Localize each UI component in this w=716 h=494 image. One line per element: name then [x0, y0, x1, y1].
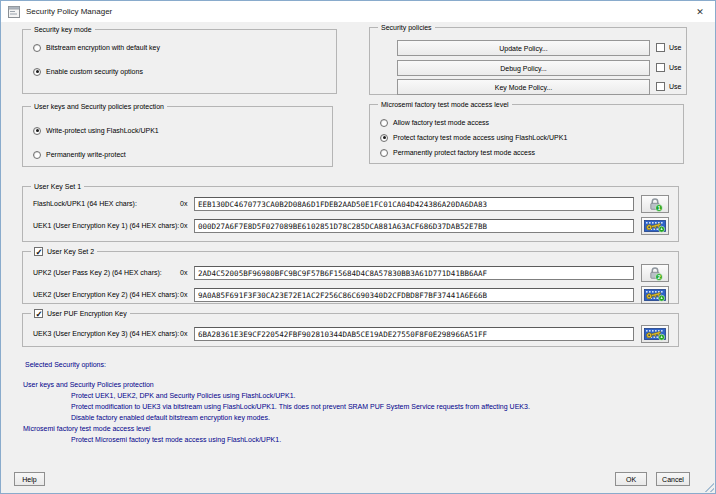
group-keys-protection-legend: User keys and Security policies protecti…	[31, 103, 167, 111]
debug-policy-button[interactable]: Debug Policy...	[397, 60, 650, 76]
resize-grip[interactable]	[703, 481, 714, 492]
lock-1-icon: 1	[647, 196, 663, 212]
close-icon: ✕	[696, 7, 704, 17]
group-security-key-mode: Security key mode Bitstream encryption w…	[22, 29, 337, 94]
cancel-button[interactable]: Cancel	[656, 472, 690, 486]
radio-icon[interactable]	[33, 44, 41, 52]
user-key-set-2-label: User Key Set 2	[47, 248, 94, 255]
upk1-hex-input[interactable]	[194, 197, 634, 211]
radio-option-permanently-write-protect[interactable]: Permanently write-protect	[33, 150, 126, 159]
group-user-puf-encryption-key: User PUF Encryption Key UEK3 (User Encry…	[22, 313, 679, 347]
upk1-lock-button[interactable]: 1	[641, 195, 669, 213]
upk2-label: UPK2 (User Pass Key 2) (64 HEX chars):	[33, 269, 162, 276]
uek2-row: UEK2 (User Encryption Key 2) (64 HEX cha…	[23, 288, 678, 304]
summary-line: Protect UEK1, UEK2, DPK and Security Pol…	[23, 390, 703, 401]
group-user-key-set-1: User Key Set 1 FlashLock/UPK1 (64 HEX ch…	[22, 186, 679, 242]
group-user-key-set-1-legend: User Key Set 1	[31, 183, 84, 191]
use-label: Use	[669, 44, 681, 51]
uek3-row: UEK3 (User Encryption Key 3) (64 HEX cha…	[23, 327, 678, 343]
summary-title: Selected Security options:	[23, 359, 703, 370]
radio-label: Bitstream encryption with default key	[46, 44, 160, 51]
use-debug-checkbox[interactable]	[656, 63, 665, 72]
group-user-puf-key-legend[interactable]: User PUF Encryption Key	[31, 309, 130, 318]
user-puf-key-label: User PUF Encryption Key	[47, 310, 127, 317]
summary-line: Microsemi factory test mode access level	[23, 423, 703, 434]
summary-line: Protect modification to UEK3 via bitstre…	[23, 401, 703, 412]
use-label: Use	[669, 83, 681, 90]
upk2-row: UPK2 (User Pass Key 2) (64 HEX chars): 0…	[23, 266, 678, 282]
use-update-policy[interactable]: Use	[656, 43, 681, 52]
radio-label: Permanently write-protect	[46, 151, 126, 158]
group-keys-protection: User keys and Security policies protecti…	[22, 106, 333, 167]
radio-option-protect-factory-flashlock[interactable]: Protect factory test mode access using F…	[380, 133, 567, 142]
uek2-label: UEK2 (User Encryption Key 2) (64 HEX cha…	[33, 291, 179, 298]
radio-label: Permanently protect factory test mode ac…	[393, 149, 535, 156]
group-user-key-set-2: User Key Set 2 UPK2 (User Pass Key 2) (6…	[22, 251, 679, 304]
group-security-policies-legend: Security policies	[378, 24, 435, 32]
summary-line: User keys and Security Policies protecti…	[23, 379, 703, 390]
summary-line: Disable factory enabled default bitstrea…	[23, 412, 703, 423]
hex-prefix: 0x	[180, 269, 187, 276]
user-key-set-2-checkbox[interactable]	[34, 247, 43, 256]
radio-icon[interactable]	[380, 119, 388, 127]
radio-option-enable-custom-security[interactable]: Enable custom security options	[33, 67, 143, 76]
radio-option-allow-factory-access[interactable]: Allow factory test mode access	[380, 118, 489, 127]
use-update-checkbox[interactable]	[656, 43, 665, 52]
radio-option-write-protect-flashlock[interactable]: Write-protect using FlashLock/UPK1	[33, 126, 159, 135]
group-security-key-mode-legend: Security key mode	[31, 26, 95, 34]
use-debug-policy[interactable]: Use	[656, 63, 681, 72]
radio-icon-checked[interactable]	[33, 68, 41, 76]
selected-security-options-summary: Selected Security options: User keys and…	[23, 359, 703, 445]
radio-option-bitstream-default-key[interactable]: Bitstream encryption with default key	[33, 43, 160, 52]
hex-prefix: 0x	[180, 330, 187, 337]
summary-line: Protect Microsemi factory test mode acce…	[23, 434, 703, 445]
radio-icon-checked[interactable]	[380, 134, 388, 142]
use-label: Use	[669, 64, 681, 71]
close-button[interactable]: ✕	[685, 1, 715, 22]
help-button[interactable]: Help	[14, 472, 45, 486]
radio-label: Write-protect using FlashLock/UPK1	[46, 127, 159, 134]
uek1-hex-input[interactable]	[194, 219, 634, 233]
radio-icon[interactable]	[380, 149, 388, 157]
uek3-hex-input[interactable]	[194, 327, 634, 341]
svg-text:2: 2	[657, 274, 660, 280]
radio-label: Enable custom security options	[46, 68, 143, 75]
upk2-lock-button[interactable]: 2	[641, 264, 669, 282]
update-policy-button[interactable]: Update Policy...	[397, 40, 650, 56]
window-title: Security Policy Manager	[26, 7, 112, 16]
ok-button[interactable]: OK	[615, 472, 647, 486]
security-policy-manager-dialog: Security Policy Manager ✕ Security key m…	[0, 0, 716, 494]
app-icon	[8, 6, 20, 18]
use-key-mode-checkbox[interactable]	[656, 82, 665, 91]
radio-label: Allow factory test mode access	[393, 119, 489, 126]
hex-prefix: 0x	[180, 200, 187, 207]
titlebar: Security Policy Manager ✕	[1, 1, 715, 22]
group-user-key-set-2-legend[interactable]: User Key Set 2	[31, 247, 97, 256]
uek3-label: UEK3 (User Encryption Key 3) (64 HEX cha…	[33, 330, 179, 337]
hex-prefix: 0x	[180, 222, 187, 229]
uek1-key-button[interactable]	[641, 217, 669, 235]
key-mode-policy-button[interactable]: Key Mode Policy...	[397, 79, 650, 95]
use-key-mode-policy[interactable]: Use	[656, 82, 681, 91]
radio-icon-checked[interactable]	[33, 127, 41, 135]
uek1-row: UEK1 (User Encryption Key 1) (64 HEX cha…	[23, 219, 678, 235]
key-bitstream-icon	[644, 288, 666, 302]
group-factory-access: Microsemi factory test mode access level…	[369, 104, 684, 164]
uek2-key-button[interactable]	[641, 286, 669, 304]
group-security-policies: Security policies Update Policy... Use D…	[369, 27, 687, 95]
upk2-hex-input[interactable]	[194, 266, 634, 280]
upk1-row: FlashLock/UPK1 (64 HEX chars): 0x 1	[23, 197, 678, 213]
key-bitstream-icon	[644, 327, 666, 341]
user-puf-key-checkbox[interactable]	[34, 309, 43, 318]
group-factory-access-legend: Microsemi factory test mode access level	[378, 101, 512, 109]
radio-label: Protect factory test mode access using F…	[393, 134, 567, 141]
lock-2-icon: 2	[647, 265, 663, 281]
uek1-label: UEK1 (User Encryption Key 1) (64 HEX cha…	[33, 222, 179, 229]
key-bitstream-icon	[644, 219, 666, 233]
upk1-label: FlashLock/UPK1 (64 HEX chars):	[33, 200, 137, 207]
uek3-key-button[interactable]	[641, 325, 669, 343]
hex-prefix: 0x	[180, 291, 187, 298]
radio-option-permanently-protect-factory[interactable]: Permanently protect factory test mode ac…	[380, 148, 535, 157]
radio-icon[interactable]	[33, 151, 41, 159]
uek2-hex-input[interactable]	[194, 288, 634, 302]
